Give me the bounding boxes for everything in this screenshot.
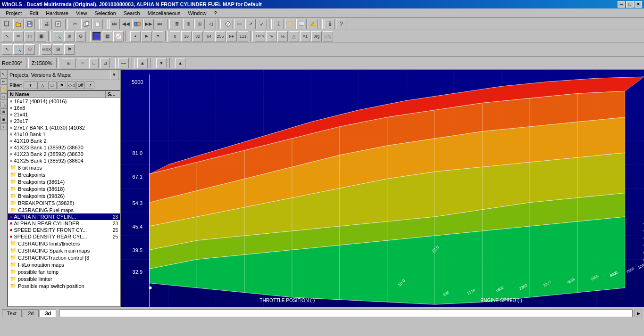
hilo-btn[interactable]: HiLo (255, 31, 265, 41)
tree-item[interactable]: ■ALPHA N FRONT CYLIN...23 (8, 213, 120, 220)
org2-btn[interactable]: Org (323, 31, 333, 41)
tree-item[interactable]: 📁Hi/Lo notation maps (8, 261, 120, 268)
sym-btn[interactable]: ⊿ (100, 58, 110, 68)
info-btn[interactable]: ℹ (325, 19, 335, 29)
tree-item[interactable]: 📁CJSRACING limits¶meters (8, 240, 120, 247)
tree-item[interactable]: 📁Breakpoints (38614) (8, 178, 120, 185)
print-btn[interactable]: 🖨 (42, 19, 52, 29)
lt-mag[interactable]: 🔍 (0, 101, 7, 107)
zoom-in[interactable]: ⊕ (64, 31, 75, 41)
help-btn[interactable]: ? (336, 19, 346, 29)
export-btn[interactable]: ↗ (245, 19, 256, 29)
compare-btn[interactable] (132, 19, 142, 29)
arrow-dn[interactable]: ▼ (153, 31, 163, 41)
tool-arrow[interactable]: ↖ (2, 44, 12, 55)
tree-item[interactable]: 📁8 bit maps (8, 164, 120, 171)
map-find-btn[interactable]: ◎ (194, 19, 205, 29)
maximize-button[interactable]: □ (626, 1, 634, 8)
tool-fill[interactable]: ▣ (36, 31, 46, 41)
num-32[interactable]: 32 (192, 31, 203, 41)
filter-box[interactable]: □ (48, 82, 57, 89)
properties-btn[interactable] (53, 19, 63, 29)
filter-off[interactable]: Off (76, 82, 85, 89)
tree-item[interactable]: 📁possible fan temp (8, 268, 120, 275)
circle-btn[interactable]: ○ (78, 58, 87, 68)
close-button[interactable]: ✕ (635, 1, 642, 8)
menu-project[interactable]: Project (2, 9, 25, 17)
num-8[interactable]: 8 (170, 31, 180, 41)
menu-window[interactable]: Window (184, 9, 210, 17)
menu-help[interactable]: ? (210, 9, 221, 17)
flag-btn[interactable]: ⚑ (64, 44, 75, 55)
tree-item[interactable]: ■SPEED DENSITY FRONT CY...25 (8, 227, 120, 233)
compare3-btn[interactable]: ⊞ (53, 44, 63, 55)
grid-btn[interactable]: ⊞ (62, 58, 76, 68)
filter-refresh[interactable]: ↺ (86, 82, 94, 89)
x1-btn[interactable]: ×1 (300, 31, 310, 41)
tree-item[interactable]: 📁CJSRACING Spark main maps (8, 247, 120, 254)
menu-search[interactable]: Search (120, 9, 144, 17)
menu-edit[interactable]: Edit (25, 9, 42, 17)
tool-mag[interactable]: 🔍 (13, 44, 24, 55)
tool-eraser[interactable]: ◻ (25, 31, 35, 41)
color-block[interactable] (92, 32, 101, 41)
graph-bars[interactable]: ▦ (102, 31, 112, 41)
flash-btn[interactable]: ⚡ (285, 19, 295, 29)
arrow-right[interactable]: ▶ (142, 31, 152, 41)
num-255[interactable]: 255 (215, 31, 226, 41)
filter-triangle[interactable]: △ (39, 82, 47, 89)
tree-item[interactable]: ■41X23 Bank 2 (38592) (38630 (8, 151, 120, 157)
zoom-out[interactable]: ⊖ (75, 31, 86, 41)
menu-hardware[interactable]: Hardware (42, 9, 72, 17)
tree-item[interactable]: 📁Breakpoints (8, 171, 120, 178)
tree-item[interactable]: 📁Breakpoints (38618) (8, 185, 120, 192)
write-btn[interactable]: ✍ (308, 19, 318, 29)
3d-view[interactable]: 5000 81.0 67.1 54.3 45.4 39.5 32.9 0.0 2… (121, 70, 644, 307)
tab-text[interactable]: Text (2, 309, 22, 317)
graph-line[interactable]: 📈 (113, 31, 124, 41)
tab-2d[interactable]: 2d (23, 309, 39, 317)
tree-item[interactable]: ■16x8 (8, 105, 120, 111)
tree-item[interactable]: ■ALPHA N REAR CYLINDER ...23 (8, 220, 120, 227)
filter-flag[interactable]: ⚑ (58, 82, 66, 89)
tool-hand[interactable]: ☉ (25, 44, 35, 55)
checksum-btn[interactable]: Σ (274, 19, 284, 29)
filter-text[interactable]: T (24, 82, 38, 89)
tree-item[interactable]: ■27x17 BANK 1 (41030) (41032 (8, 124, 120, 131)
tree-item[interactable]: 📁Breakpoints (39826) (8, 192, 120, 199)
tree-item[interactable]: ■41X25 Bank 1 (38592) (38604 (8, 157, 120, 164)
dn-scroll[interactable]: ▼ (156, 58, 167, 68)
box-btn[interactable]: □ (89, 58, 99, 68)
num-64[interactable]: 64 (204, 31, 214, 41)
tree-item[interactable]: ■41X10 Bank 2 (8, 138, 120, 144)
tree-item[interactable]: ■41x10 Bank 1 (8, 131, 120, 138)
scroll-right[interactable]: ▶ (635, 310, 642, 317)
up-scroll[interactable]: ▲ (137, 58, 148, 68)
new-btn[interactable] (2, 19, 12, 29)
tree-item[interactable]: 📁Possible map switch position (8, 282, 120, 289)
tree-list[interactable]: N Name S... ■16x17 (40014) (40016)■16x8■… (8, 90, 120, 307)
zoom-btn[interactable]: 🔍 (53, 31, 63, 41)
lt-hand[interactable]: ✋ (0, 86, 7, 92)
tree-item[interactable]: ■41X23 Bank 1 (38592) (38630 (8, 144, 120, 151)
minimize-button[interactable]: ─ (618, 1, 625, 8)
menu-selection[interactable]: Selection (91, 9, 120, 17)
save-btn[interactable] (25, 19, 35, 29)
triangle-btn[interactable]: △ (289, 31, 299, 41)
version-btn[interactable]: V (223, 19, 233, 29)
minus-btn[interactable]: — (118, 58, 129, 68)
prev2-btn[interactable]: ◀◀ (121, 19, 131, 29)
prev-btn[interactable]: ⏮ (109, 19, 120, 29)
tab-3d[interactable]: 3d (40, 309, 56, 317)
projects-dropdown[interactable]: ▼ (110, 70, 118, 80)
lt-sigma[interactable]: Σ (0, 123, 7, 130)
lt-arrow[interactable]: ↖ (0, 71, 7, 77)
lt-pencil[interactable]: ✏ (0, 78, 7, 85)
tree-item[interactable]: ■SPEED DENSITY REAR CYL...25 (8, 233, 120, 240)
map-props-btn[interactable]: ⊞ (183, 19, 193, 29)
lt-box[interactable]: □ (0, 93, 7, 100)
tree-item[interactable]: 📁possible limiter (8, 275, 120, 282)
num-16[interactable]: 16 (181, 31, 192, 41)
tree-item[interactable]: 📁BREAKPOINTS (39828) (8, 199, 120, 206)
map-list-btn[interactable]: ≣ (172, 19, 182, 29)
